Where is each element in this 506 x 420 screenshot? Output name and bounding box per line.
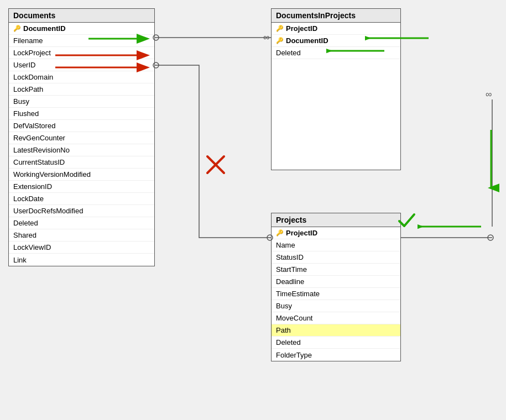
field-name: RevGenCounter — [13, 134, 65, 142]
table-row: Deadline — [272, 276, 400, 288]
field-name: LockPath — [13, 85, 43, 93]
projects-table-header: Projects — [272, 213, 400, 227]
field-name: LockDomain — [13, 73, 53, 81]
table-row: Link — [9, 254, 154, 266]
field-name: FolderType — [276, 351, 312, 359]
table-row: Busy — [272, 300, 400, 312]
table-row: 🔑 ProjectID — [272, 23, 400, 35]
table-row: Shared — [9, 229, 154, 242]
projects-table-body: 🔑 ProjectID Name StatusID StartTime Dead… — [272, 227, 400, 361]
table-row: WorkingVersionModified — [9, 169, 154, 181]
documents-in-projects-header: DocumentsInProjects — [272, 9, 400, 23]
field-name: Link — [13, 256, 27, 264]
table-row: Deleted — [9, 217, 154, 229]
table-row: Filename — [9, 35, 154, 47]
field-name: LockViewID — [13, 243, 51, 251]
red-x-symbol — [205, 154, 227, 177]
field-name: ExtensionID — [13, 182, 52, 191]
documents-in-projects-table: DocumentsInProjects 🔑 ProjectID 🔑 Docume… — [271, 8, 401, 170]
field-name: StartTime — [276, 265, 307, 274]
table-row: Name — [272, 239, 400, 251]
field-name: Busy — [13, 97, 29, 106]
field-name: LockProject — [13, 49, 51, 57]
field-name: UserID — [13, 61, 35, 69]
field-name: Path — [276, 326, 291, 334]
svg-point-7 — [488, 235, 493, 240]
table-row: LockPath — [9, 83, 154, 96]
table-row: DefValStored — [9, 120, 154, 132]
table-row: ExtensionID — [9, 181, 154, 193]
field-name: Deleted — [276, 49, 301, 57]
green-arrow-left-projects — [418, 220, 484, 235]
table-row: Path — [272, 324, 400, 337]
field-name: TimeEstimate — [276, 290, 320, 298]
table-row: 🔑 DocumentID — [9, 23, 154, 35]
green-arrow-down — [483, 127, 499, 195]
documents-in-projects-body: 🔑 ProjectID 🔑 DocumentID Deleted — [272, 23, 400, 170]
field-name: UserDocRefsModified — [13, 207, 83, 215]
table-row: LockProject — [9, 47, 154, 59]
table-row: LockDomain — [9, 71, 154, 83]
svg-line-15 — [207, 156, 224, 173]
svg-text:∞: ∞ — [486, 90, 492, 99]
documents-table-body[interactable]: 🔑 DocumentID Filename LockProject UserID… — [9, 23, 154, 266]
table-row: FolderType — [272, 349, 400, 361]
table-row: Deleted — [272, 337, 400, 349]
field-name: CurrentStatusID — [13, 158, 65, 166]
documents-table: Documents 🔑 DocumentID Filename LockProj… — [8, 8, 155, 266]
field-name: DefValStored — [13, 122, 55, 130]
table-row: LockDate — [9, 193, 154, 205]
table-row: 🔑 DocumentID — [272, 35, 400, 47]
key-icon: 🔑 — [276, 229, 284, 237]
field-name: Busy — [276, 302, 292, 310]
table-row: Flushed — [9, 108, 154, 120]
table-row: Deleted — [272, 47, 400, 59]
table-row: LatestRevisionNo — [9, 144, 154, 156]
table-row: StatusID — [272, 251, 400, 264]
table-row: LockViewID — [9, 242, 154, 254]
key-icon: 🔑 — [276, 25, 284, 32]
table-row: Busy — [9, 96, 154, 108]
key-icon: 🔑 — [13, 25, 21, 32]
key-icon: 🔑 — [276, 37, 284, 44]
field-name: Flushed — [13, 109, 39, 118]
field-name: DocumentID — [23, 24, 66, 33]
table-row: UserID — [9, 59, 154, 71]
field-name: MoveCount — [276, 314, 312, 322]
table-row: TimeEstimate — [272, 288, 400, 300]
field-name: Deadline — [276, 277, 304, 286]
table-row: StartTime — [272, 264, 400, 276]
table-row: 🔑 ProjectID — [272, 227, 400, 239]
field-name: DocumentID — [286, 36, 328, 45]
field-name: Shared — [13, 231, 36, 239]
field-name: ProjectID — [286, 229, 317, 237]
field-name: ProjectID — [286, 24, 317, 33]
field-name: Deleted — [276, 338, 301, 347]
documents-table-header: Documents — [9, 9, 154, 23]
field-name: LockDate — [13, 195, 44, 203]
svg-line-14 — [207, 156, 224, 173]
field-name: LatestRevisionNo — [13, 146, 70, 154]
table-row: UserDocRefsModified — [9, 205, 154, 217]
table-row: MoveCount — [272, 312, 400, 324]
table-row: RevGenCounter — [9, 132, 154, 144]
field-name: Deleted — [13, 219, 38, 227]
projects-table: Projects 🔑 ProjectID Name StatusID Start… — [271, 213, 401, 361]
field-name: WorkingVersionModified — [13, 170, 91, 179]
svg-text:∞: ∞ — [263, 33, 269, 42]
field-name: StatusID — [276, 253, 304, 261]
field-name: Name — [276, 241, 295, 249]
field-name: Filename — [13, 36, 43, 45]
table-row: CurrentStatusID — [9, 156, 154, 169]
